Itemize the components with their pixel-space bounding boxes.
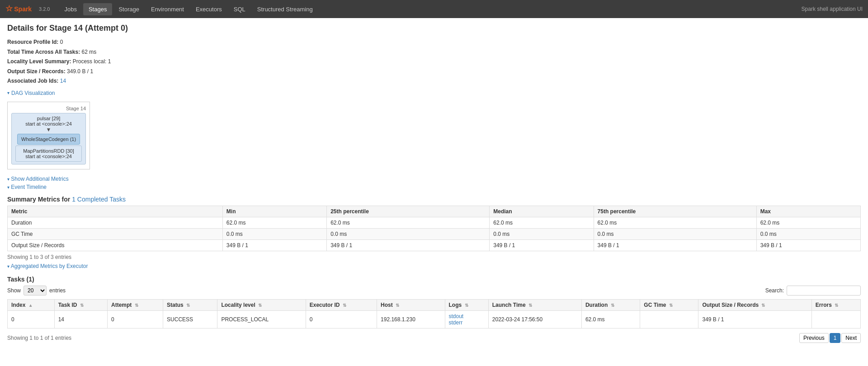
dag-toggle[interactable]: DAG Visualization: [7, 90, 861, 96]
nav-executors[interactable]: Executors: [190, 3, 227, 15]
next-button[interactable]: Next: [841, 333, 861, 343]
th-task-id[interactable]: Task ID ⇅: [54, 300, 107, 311]
col-max: Max: [756, 206, 860, 217]
meta-info: Resource Profile Id: 0 Total Time Across…: [7, 38, 861, 86]
output-size-label: Output Size / Records:: [7, 68, 67, 75]
nav-sql[interactable]: SQL: [228, 3, 251, 15]
cell-status: SUCCESS: [163, 311, 217, 328]
table-row: GC Time 0.0 ms 0.0 ms 0.0 ms 0.0 ms 0.0 …: [8, 229, 861, 240]
cell-logs: stdoutstderr: [445, 311, 488, 328]
agg-metrics-label: Aggregated Metrics by Executor: [11, 263, 88, 269]
dag-arrow: ▼: [15, 127, 82, 133]
th-executor-id[interactable]: Executor ID ⇅: [306, 300, 377, 311]
col-metric: Metric: [8, 206, 223, 217]
nav-structured-streaming[interactable]: Structured Streaming: [252, 3, 318, 15]
th-attempt[interactable]: Attempt ⇅: [108, 300, 163, 311]
summary-showing-text: Showing 1 to 3 of 3 entries: [7, 254, 861, 260]
completed-tasks-link[interactable]: 1 Completed Tasks: [72, 196, 126, 203]
entries-select[interactable]: 20 50 100: [24, 286, 47, 296]
svg-text:☆: ☆: [5, 4, 13, 13]
nav-stages[interactable]: Stages: [83, 3, 112, 15]
dag-toggle-label: DAG Visualization: [11, 90, 55, 96]
page-1-button[interactable]: 1: [830, 333, 841, 343]
th-duration[interactable]: Duration ⇅: [581, 300, 640, 311]
dag-outer-node-line2: start at <console>:24: [15, 121, 82, 127]
cell-duration: 62.0 ms: [581, 311, 640, 328]
nav-storage[interactable]: Storage: [113, 3, 145, 15]
log-stderr-link[interactable]: stderr: [449, 319, 463, 326]
col-median: Median: [490, 206, 594, 217]
show-label: Show: [7, 287, 21, 294]
log-stdout-link[interactable]: stdout: [449, 313, 464, 319]
nav-jobs[interactable]: Jobs: [59, 3, 82, 15]
entries-label: entries: [49, 287, 66, 294]
dag-stage-label: Stage 14: [11, 106, 86, 111]
tasks-showing-text: Showing 1 to 1 of 1 entries: [7, 335, 71, 341]
tasks-header: Tasks (1): [7, 276, 861, 283]
main-content: Details for Stage 14 (Attempt 0) Resourc…: [0, 18, 868, 349]
cell-gc-time: [640, 311, 698, 328]
pagination-buttons: Previous 1 Next: [799, 333, 861, 343]
cell-executor-id: 0: [306, 311, 377, 328]
output-size-value: 349.0 B / 1: [67, 68, 93, 75]
th-logs[interactable]: Logs ⇅: [445, 300, 488, 311]
cell-median: 62.0 ms: [490, 217, 594, 229]
dag-outer-node: pulsar [29] start at <console>:24 ▼ Whol…: [11, 113, 86, 164]
show-entries-bar: Show 20 50 100 entries Search:: [7, 286, 861, 296]
summary-table: Metric Min 25th percentile Median 75th p…: [7, 206, 861, 251]
cell-task-id: 14: [54, 311, 107, 328]
cell-max: 62.0 ms: [756, 217, 860, 229]
show-additional-metrics[interactable]: Show Additional Metrics: [7, 176, 861, 182]
th-errors[interactable]: Errors ⇅: [811, 300, 860, 311]
th-launch-time[interactable]: Launch Time ⇅: [488, 300, 581, 311]
cell-p75: 62.0 ms: [594, 217, 756, 229]
app-logo: ☆ Spark 3.2.0: [5, 3, 50, 15]
dag-visualization: Stage 14 pulsar [29] start at <console>:…: [7, 102, 90, 169]
th-locality[interactable]: Locality level ⇅: [217, 300, 306, 311]
th-output-size[interactable]: Output Size / Records ⇅: [698, 300, 811, 311]
cell-host: 192.168.1.230: [377, 311, 445, 328]
col-p25: 25th percentile: [327, 206, 490, 217]
main-nav: Jobs Stages Storage Environment Executor…: [59, 3, 318, 15]
job-ids-label: Associated Job Ids:: [7, 78, 60, 84]
event-timeline[interactable]: Event Timeline: [7, 184, 861, 190]
app-title: Spark shell application UI: [802, 6, 863, 12]
dag-inner-node-label: WholeStageCodegen (1): [21, 136, 76, 142]
cell-min: 62.0 ms: [222, 217, 326, 229]
th-host[interactable]: Host ⇅: [377, 300, 445, 311]
nav-environment[interactable]: Environment: [146, 3, 189, 15]
resource-profile-label: Resource Profile Id:: [7, 39, 60, 45]
search-input[interactable]: [787, 286, 861, 296]
job-ids-link[interactable]: 14: [60, 78, 66, 84]
th-status[interactable]: Status ⇅: [163, 300, 217, 311]
aggregated-metrics-toggle[interactable]: Aggregated Metrics by Executor: [7, 263, 861, 269]
cell-min: 0.0 ms: [222, 229, 326, 240]
cell-median: 349 B / 1: [490, 240, 594, 251]
page-title: Details for Stage 14 (Attempt 0): [7, 23, 861, 33]
dag-inner-node: WholeStageCodegen (1): [17, 134, 80, 145]
col-min: Min: [222, 206, 326, 217]
cell-p25: 349 B / 1: [327, 240, 490, 251]
cell-launch-time: 2022-03-24 17:56:50: [488, 311, 581, 328]
cell-index: 0: [8, 311, 55, 328]
table-row: Duration 62.0 ms 62.0 ms 62.0 ms 62.0 ms…: [8, 217, 861, 229]
th-index[interactable]: Index ▲: [8, 300, 55, 311]
cell-metric: Output Size / Records: [8, 240, 223, 251]
cell-attempt: 0: [108, 311, 163, 328]
dag-sub-node-line2: start at <console>:24: [19, 154, 78, 159]
top-navbar: ☆ Spark 3.2.0 Jobs Stages Storage Enviro…: [0, 0, 868, 18]
total-time-label: Total Time Across All Tasks:: [7, 49, 82, 55]
total-time-value: 62 ms: [82, 49, 97, 55]
summary-prefix: Summary Metrics for: [7, 196, 72, 203]
resource-profile-value: 0: [60, 39, 63, 45]
search-label: Search:: [765, 287, 784, 294]
search-box: Search:: [765, 286, 861, 296]
tasks-table: Index ▲ Task ID ⇅ Attempt ⇅ Status ⇅ Loc…: [7, 299, 861, 328]
cell-min: 349 B / 1: [222, 240, 326, 251]
dag-outer-node-line1: pulsar [29]: [15, 116, 82, 121]
th-gc-time[interactable]: GC Time ⇅: [640, 300, 698, 311]
svg-text:Spark: Spark: [14, 5, 32, 13]
table-row: Output Size / Records 349 B / 1 349 B / …: [8, 240, 861, 251]
cell-p25: 62.0 ms: [327, 217, 490, 229]
previous-button[interactable]: Previous: [799, 333, 829, 343]
